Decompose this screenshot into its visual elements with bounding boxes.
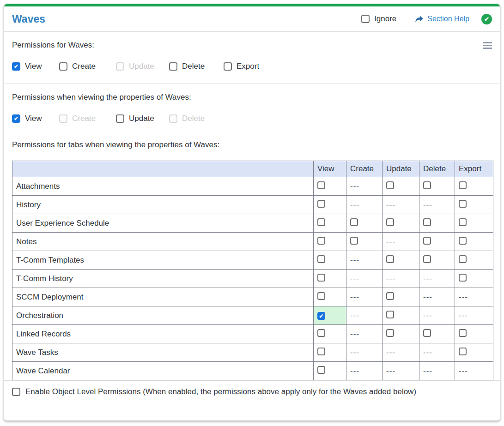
delete-permission-cell[interactable]: [419, 214, 455, 233]
update-permission-cell[interactable]: [383, 177, 419, 196]
view-permission-cell[interactable]: [314, 288, 346, 306]
delete-checkbox[interactable]: [423, 255, 431, 263]
ignore-toggle[interactable]: Ignore: [361, 14, 396, 24]
checkbox-label: View: [25, 62, 42, 71]
update-checkbox[interactable]: [386, 329, 394, 337]
view-permission-cell[interactable]: [314, 196, 346, 214]
export-permission-cell[interactable]: [455, 233, 493, 251]
view-checkbox[interactable]: [317, 237, 325, 245]
update-permission-cell[interactable]: [383, 288, 419, 306]
export-permission-cell[interactable]: [455, 343, 493, 362]
permission-create-item: Create: [59, 114, 116, 123]
export-checkbox[interactable]: [459, 329, 467, 337]
page-title: Waves: [12, 13, 45, 25]
permission-delete-item[interactable]: Delete: [169, 62, 224, 71]
delete-checkbox[interactable]: [423, 329, 431, 337]
update-checkbox[interactable]: [386, 311, 394, 318]
header-divider: [4, 31, 500, 32]
export-checkbox[interactable]: [459, 218, 467, 226]
export-permission-cell[interactable]: [455, 325, 493, 343]
view-permission-cell[interactable]: [314, 214, 346, 233]
view-checkbox[interactable]: [317, 312, 325, 320]
view-permission-cell[interactable]: [314, 251, 346, 270]
view-permission-cell[interactable]: [314, 343, 346, 362]
view-checkbox[interactable]: [317, 274, 325, 282]
view-checkbox[interactable]: [317, 200, 325, 208]
view-permission-cell[interactable]: [314, 306, 346, 325]
update-permission-cell[interactable]: [383, 214, 419, 233]
delete-checkbox[interactable]: [169, 62, 177, 71]
update-permission-cell[interactable]: [383, 325, 419, 343]
create-checkbox[interactable]: [350, 237, 358, 245]
export-checkbox[interactable]: [459, 237, 467, 245]
update-checkbox[interactable]: [386, 292, 394, 300]
enable-object-level-permissions-toggle[interactable]: Enable Object Level Permissions (When en…: [4, 387, 500, 396]
view-checkbox[interactable]: [317, 255, 325, 263]
update-permission-cell[interactable]: [383, 306, 419, 325]
export-permission-cell[interactable]: [455, 177, 493, 196]
view-checkbox[interactable]: [317, 181, 325, 189]
view-checkbox[interactable]: [317, 348, 325, 355]
object-level-permissions-checkbox[interactable]: [12, 388, 20, 396]
footer-divider: [4, 380, 500, 381]
create-checkbox[interactable]: [59, 62, 67, 71]
not-applicable-cell: ---: [346, 251, 383, 270]
export-permission-cell[interactable]: [455, 196, 493, 214]
view-checkbox[interactable]: [317, 366, 325, 374]
view-permission-cell[interactable]: [314, 270, 346, 288]
update-checkbox[interactable]: [386, 218, 394, 226]
export-checkbox[interactable]: [459, 200, 467, 208]
update-checkbox[interactable]: [116, 114, 124, 123]
forward-arrow-icon: [415, 15, 424, 23]
tab-name-cell: Wave Calendar: [12, 362, 314, 380]
permission-update-item[interactable]: Update: [116, 114, 169, 123]
permission-create-item[interactable]: Create: [59, 62, 116, 71]
view-permission-cell[interactable]: [314, 233, 346, 251]
export-checkbox[interactable]: [459, 274, 467, 282]
table-row: Linked Records---: [12, 325, 493, 343]
view-checkbox[interactable]: [317, 292, 325, 300]
export-checkbox[interactable]: [459, 255, 467, 263]
tab-name-cell: History: [12, 196, 314, 214]
hamburger-icon[interactable]: [483, 41, 492, 50]
permission-export-item[interactable]: Export: [224, 62, 259, 71]
create-permission-cell[interactable]: [346, 214, 383, 233]
update-checkbox: [116, 62, 124, 71]
not-applicable-cell: ---: [455, 288, 493, 306]
export-checkbox[interactable]: [459, 348, 467, 355]
create-permission-cell[interactable]: [346, 233, 383, 251]
export-checkbox[interactable]: [459, 181, 467, 189]
section-help-link[interactable]: Section Help: [415, 15, 469, 23]
export-permission-cell[interactable]: [455, 214, 493, 233]
update-permission-cell[interactable]: [383, 251, 419, 270]
properties-permissions-label: Permissions when viewing the properties …: [12, 93, 191, 102]
view-checkbox[interactable]: [12, 62, 20, 71]
checkbox-label: Create: [72, 114, 96, 123]
view-checkbox[interactable]: [12, 114, 20, 123]
view-permission-cell[interactable]: [314, 177, 346, 196]
delete-checkbox[interactable]: [423, 237, 431, 245]
delete-checkbox[interactable]: [423, 218, 431, 226]
export-checkbox[interactable]: [224, 62, 232, 71]
export-permission-cell[interactable]: [455, 270, 493, 288]
update-checkbox[interactable]: [386, 181, 394, 189]
delete-permission-cell[interactable]: [419, 177, 455, 196]
permission-view-item[interactable]: View: [12, 114, 59, 123]
delete-checkbox[interactable]: [423, 181, 431, 189]
view-permission-cell[interactable]: [314, 362, 346, 380]
delete-permission-cell[interactable]: [419, 251, 455, 270]
ignore-checkbox[interactable]: [361, 15, 370, 23]
view-checkbox[interactable]: [317, 218, 325, 226]
export-permission-cell[interactable]: [455, 251, 493, 270]
create-checkbox[interactable]: [350, 218, 358, 226]
update-checkbox[interactable]: [386, 255, 394, 263]
table-row: Wave Calendar------------: [12, 362, 493, 380]
view-checkbox[interactable]: [317, 329, 325, 337]
view-permission-cell[interactable]: [314, 325, 346, 343]
tab-name-cell: Orchestration: [12, 306, 314, 325]
permission-view-item[interactable]: View: [12, 62, 59, 71]
delete-permission-cell[interactable]: [419, 233, 455, 251]
delete-permission-cell[interactable]: [419, 325, 455, 343]
table-row: SCCM Deployment---------: [12, 288, 493, 306]
column-header-delete: Delete: [419, 161, 455, 177]
